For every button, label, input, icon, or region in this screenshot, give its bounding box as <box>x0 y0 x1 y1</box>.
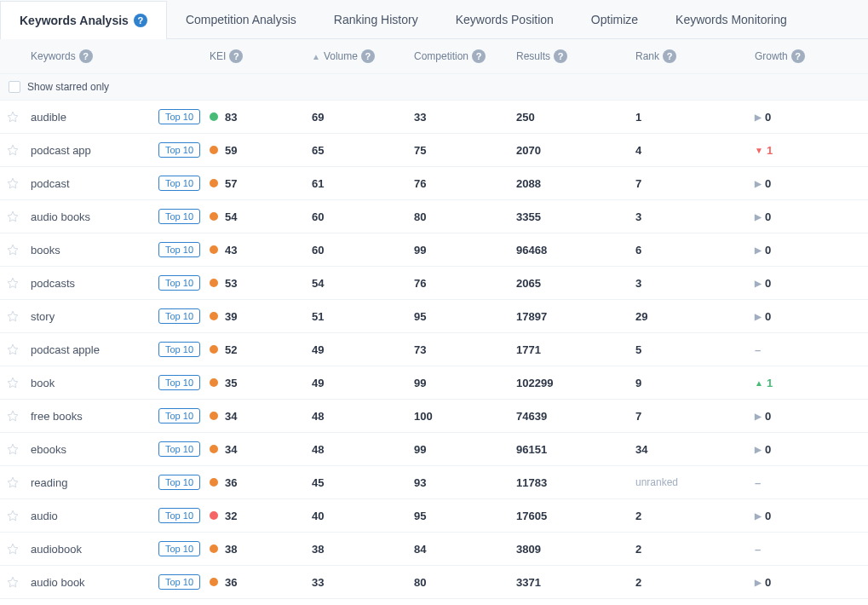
kei-cell: 34 <box>210 443 312 456</box>
tab-keywords-position[interactable]: Keywords Position <box>437 0 572 38</box>
keyword-cell: free books <box>31 410 158 423</box>
kei-dot-icon <box>210 245 218 254</box>
kei-cell: 52 <box>210 343 312 356</box>
top10-button[interactable]: Top 10 <box>158 475 200 490</box>
rank-cell: 2 <box>635 576 755 589</box>
growth-cell: ▼1 <box>755 144 868 157</box>
table-row: audio bookTop 1036338033712▶0History <box>0 566 868 599</box>
top10-button[interactable]: Top 10 <box>158 308 200 324</box>
growth-arrow-icon: ▶ <box>755 412 762 421</box>
keyword-cell: books <box>31 244 158 256</box>
growth-arrow-icon: ▶ <box>755 179 762 188</box>
help-icon[interactable]: ? <box>361 49 375 63</box>
results-cell: 11783 <box>516 476 635 489</box>
star-icon[interactable] <box>7 244 19 256</box>
results-cell: 102299 <box>516 377 635 389</box>
top10-button[interactable]: Top 10 <box>158 541 200 556</box>
top10-button[interactable]: Top 10 <box>158 375 200 390</box>
star-icon[interactable] <box>7 177 19 189</box>
rank-cell: 3 <box>635 210 755 223</box>
volume-cell: 60 <box>312 210 414 223</box>
table-row: audio booksTop 1054608033553▶0History <box>0 200 868 233</box>
top10-button[interactable]: Top 10 <box>158 109 200 124</box>
top10-button[interactable]: Top 10 <box>158 342 200 357</box>
col-rank[interactable]: Rank ? <box>635 49 755 63</box>
competition-cell: 75 <box>414 144 516 157</box>
volume-cell: 40 <box>312 510 414 522</box>
col-keywords[interactable]: Keywords ? <box>31 49 158 63</box>
table-row: podcast appleTop 1052497317715–History <box>0 333 868 366</box>
help-icon[interactable]: ? <box>79 49 93 63</box>
col-competition[interactable]: Competition ? <box>414 49 516 63</box>
star-icon[interactable] <box>7 576 19 588</box>
star-icon[interactable] <box>7 310 19 322</box>
top10-button[interactable]: Top 10 <box>158 508 200 523</box>
results-cell: 2065 <box>516 277 635 290</box>
tab-keywords-analysis[interactable]: Keywords Analysis? <box>0 1 167 39</box>
keyword-cell: podcasts <box>31 277 158 290</box>
help-icon[interactable]: ? <box>229 49 243 63</box>
table-row: ebooksTop 103448999615134▶0History <box>0 433 868 466</box>
help-icon[interactable]: ? <box>663 49 676 63</box>
kei-cell: 39 <box>210 310 312 323</box>
star-icon[interactable] <box>7 343 19 355</box>
tab-competition-analysis[interactable]: Competition Analysis <box>167 0 315 38</box>
top10-button[interactable]: Top 10 <box>158 176 200 191</box>
top10-button[interactable]: Top 10 <box>158 574 200 590</box>
rank-cell: 7 <box>635 177 755 190</box>
growth-cell: – <box>755 476 868 489</box>
top10-button[interactable]: Top 10 <box>158 142 200 158</box>
top10-button[interactable]: Top 10 <box>158 408 200 424</box>
tab-label: Ranking History <box>334 13 418 26</box>
rank-cell: 2 <box>635 543 755 556</box>
sort-arrow-up-icon: ▲ <box>312 52 320 61</box>
star-icon[interactable] <box>7 377 19 389</box>
results-cell: 3355 <box>516 210 635 223</box>
help-icon[interactable]: ? <box>134 14 147 27</box>
growth-arrow-icon: ▶ <box>755 578 762 587</box>
show-starred-checkbox[interactable] <box>9 81 20 93</box>
top10-button[interactable]: Top 10 <box>158 441 200 457</box>
star-icon[interactable] <box>7 277 19 289</box>
tab-keywords-monitoring[interactable]: Keywords Monitoring <box>657 0 806 38</box>
star-icon[interactable] <box>7 210 19 222</box>
kei-dot-icon <box>210 212 218 221</box>
tab-ranking-history[interactable]: Ranking History <box>315 0 437 38</box>
help-icon[interactable]: ? <box>791 49 805 63</box>
results-cell: 96468 <box>516 244 635 256</box>
tab-label: Optimize <box>591 13 638 26</box>
star-icon[interactable] <box>7 510 19 521</box>
keyword-cell: reading <box>31 476 158 489</box>
col-volume[interactable]: ▲ Volume ? <box>312 49 414 63</box>
star-icon[interactable] <box>7 443 19 455</box>
competition-cell: 95 <box>414 510 516 522</box>
col-growth[interactable]: Growth ? <box>755 49 868 63</box>
kei-dot-icon <box>210 511 218 520</box>
kei-dot-icon <box>210 412 218 420</box>
top10-button[interactable]: Top 10 <box>158 209 200 224</box>
volume-cell: 38 <box>312 543 414 556</box>
help-icon[interactable]: ? <box>554 49 567 63</box>
star-icon[interactable] <box>7 476 19 488</box>
keyword-cell: audio books <box>31 210 158 223</box>
results-cell: 3809 <box>516 543 635 556</box>
kei-dot-icon <box>210 578 218 586</box>
star-icon[interactable] <box>7 111 19 123</box>
volume-cell: 60 <box>312 244 414 256</box>
top10-button[interactable]: Top 10 <box>158 275 200 291</box>
help-icon[interactable]: ? <box>472 49 486 63</box>
col-results[interactable]: Results ? <box>516 49 635 63</box>
star-icon[interactable] <box>7 410 19 422</box>
kei-cell: 36 <box>210 576 312 589</box>
kei-dot-icon <box>210 445 218 453</box>
top10-button[interactable]: Top 10 <box>158 242 200 257</box>
star-icon[interactable] <box>7 144 19 156</box>
col-kei[interactable]: KEI ? <box>210 49 312 63</box>
volume-cell: 45 <box>312 476 414 489</box>
kei-dot-icon <box>210 112 218 121</box>
starred-label: Show starred only <box>27 81 109 93</box>
star-icon[interactable] <box>7 543 19 555</box>
kei-cell: 38 <box>210 543 312 556</box>
volume-cell: 65 <box>312 144 414 157</box>
tab-optimize[interactable]: Optimize <box>572 0 657 38</box>
